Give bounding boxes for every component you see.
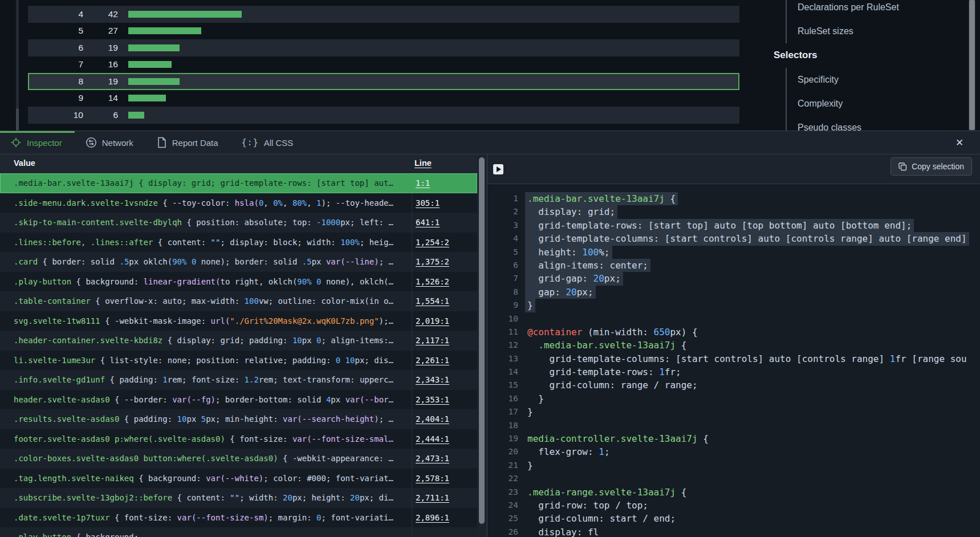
line-number: 13 — [487, 352, 518, 365]
chart-row-7[interactable]: 716 — [28, 56, 739, 74]
chart-row-4[interactable]: 442 — [28, 6, 739, 23]
code-line: 11@container (min-width: 650px) { — [487, 326, 980, 339]
table-row[interactable]: .results.svelte-asdas0 { padding: 10px 5… — [0, 409, 477, 429]
code-text: .media-range.svelte-13aai7j { — [527, 486, 686, 499]
nav-item-ruleset-sizes[interactable]: RuleSet sizes — [787, 19, 899, 43]
line-cell: 2,444:1 — [412, 429, 477, 449]
code-line: 6 align-items: center; — [487, 259, 980, 272]
line-link[interactable]: 2,404:1 — [416, 414, 449, 424]
line-link[interactable]: 2,019:1 — [416, 316, 449, 326]
table-row[interactable]: .card { border: solid .5px oklch(90% 0 n… — [0, 252, 477, 272]
table-row[interactable]: .side-menu.dark.svelte-1vsndze { --toy-c… — [0, 193, 477, 213]
code-line: 8 gap: 20px; — [487, 286, 980, 299]
table-row[interactable]: .info.svelte-gd1unf { padding: 1rem; fon… — [0, 370, 477, 390]
table-row[interactable]: .color-boxes.svelte-asdas0 button:where(… — [0, 449, 477, 469]
table-row[interactable]: .date.svelte-1p7tuxr { font-size: var(--… — [0, 508, 477, 528]
chart-row-10[interactable]: 106 — [28, 107, 739, 124]
line-cell: 1,375:2 — [412, 252, 477, 272]
table-row[interactable]: .lines::before, .lines::after { content:… — [0, 233, 477, 253]
line-link[interactable]: 305:1 — [416, 198, 440, 208]
line-link[interactable]: 2,444:1 — [416, 434, 449, 444]
column-header-line[interactable]: Line — [414, 158, 432, 168]
table-row[interactable]: footer.svelte-asdas0 p:where(.svelte-asd… — [0, 429, 477, 449]
line-link[interactable]: 1,375:2 — [416, 257, 449, 266]
bar — [128, 95, 166, 101]
line-link[interactable]: 1,554:1 — [416, 296, 449, 306]
line-cell: 1:1 — [412, 173, 477, 193]
chart-scrollbar-track — [16, 0, 19, 131]
table-row[interactable]: li.svelte-1ume3ur { list-style: none; po… — [0, 351, 477, 371]
line-link[interactable]: 2,117:1 — [416, 336, 449, 345]
table-row[interactable]: .play-button { background: linear-gradie… — [0, 272, 477, 292]
chart-row-5[interactable]: 527 — [28, 23, 739, 40]
table-row[interactable]: .header-container.svelte-kbdi8z { displa… — [0, 331, 477, 351]
table-row[interactable]: .table-container { overflow-x: auto; max… — [0, 291, 477, 311]
line-link[interactable]: 641:1 — [416, 218, 440, 227]
code-line: 25 grid-column: start / end; — [487, 512, 980, 525]
tab-report-data[interactable]: Report Data — [157, 137, 218, 148]
tab-all-css[interactable]: {:}All CSS — [242, 137, 294, 148]
line-link[interactable]: 2,896:1 — [416, 513, 449, 522]
count-value: 16 — [83, 59, 118, 70]
table-header: Value Line — [0, 154, 477, 173]
bar — [128, 78, 180, 85]
tab-network[interactable]: Network — [86, 137, 133, 148]
table-row[interactable]: .media-bar.svelte-13aai7j { display: gri… — [0, 173, 477, 193]
code-line: 22 — [487, 472, 980, 485]
line-number: 11 — [487, 326, 518, 339]
line-cell: 2,261:1 — [412, 351, 477, 371]
table-row[interactable]: header.svelte-asdas0 { --border: var(--f… — [0, 390, 477, 410]
chart-scrollbar-thumb[interactable] — [16, 108, 19, 131]
chart-row-6[interactable]: 619 — [28, 39, 739, 56]
code-line: 15 grid-column: range / range; — [487, 379, 980, 392]
table-scrollbar-thumb[interactable] — [479, 157, 485, 524]
table-row[interactable]: .skip-to-main-content.svelte-dbylqh { po… — [0, 213, 477, 233]
line-number: 18 — [487, 419, 518, 432]
chart-row-8[interactable]: 819 — [28, 73, 739, 90]
table-scrollbar-track — [477, 154, 487, 537]
nav-item-complexity[interactable]: Complexity — [787, 92, 861, 116]
line-link[interactable]: 2,261:1 — [416, 356, 449, 365]
line-cell: 2,343:1 — [412, 370, 477, 390]
close-panel-button[interactable]: ✕ — [953, 136, 966, 150]
line-number: 21 — [487, 459, 518, 472]
chart-row-9[interactable]: 914 — [28, 90, 739, 107]
line-link[interactable]: 2,473:1 — [416, 454, 449, 463]
table-row[interactable]: .tag.length.svelte-naikeq { background: … — [0, 469, 477, 489]
nav-item-declarations-per-ruleset[interactable]: Declarations per RuleSet — [787, 0, 899, 19]
table-row[interactable]: .play-button { background: … — [0, 527, 477, 537]
line-link[interactable]: 1,526:2 — [416, 277, 449, 286]
declarations-bar-chart: 442527619716819914106 — [28, 0, 739, 131]
copy-selection-button[interactable]: Copy selection — [890, 157, 972, 176]
line-link[interactable]: 1:1 — [416, 178, 430, 188]
table-row[interactable]: svg.svelte-1tw8111 { -webkit-mask-image:… — [0, 311, 477, 331]
line-number: 9 — [487, 299, 518, 312]
page-scrollbar-thumb[interactable] — [969, 0, 975, 130]
panel-content: Value Line .media-bar.svelte-13aai7j { d… — [0, 154, 980, 537]
line-link[interactable]: 1,254:2 — [416, 238, 449, 247]
nav-item-pseudo-classes[interactable]: Pseudo classes — [787, 116, 861, 131]
code-line: 2 display: grid; — [487, 205, 980, 218]
line-link[interactable]: 2,343:1 — [416, 375, 449, 384]
tab-inspector[interactable]: Inspector — [10, 137, 62, 148]
code-viewer: 1.media-bar.svelte-13aai7j {2 display: g… — [487, 184, 980, 537]
rule-value: .color-boxes.svelte-asdas0 button:where(… — [0, 454, 412, 463]
rank-value: 9 — [28, 93, 83, 103]
open-preview-icon[interactable] — [493, 164, 503, 174]
line-link[interactable]: 2,578:1 — [416, 474, 449, 483]
line-link[interactable]: 2,353:1 — [416, 395, 449, 404]
code-line: 23.media-range.svelte-13aai7j { — [487, 486, 980, 499]
line-number: 4 — [487, 232, 518, 245]
nav-heading-selectors[interactable]: Selectors — [774, 48, 818, 63]
code-text: } — [525, 299, 535, 312]
nav-item-specificity[interactable]: Specificity — [787, 68, 861, 92]
table-row[interactable]: .subscribe.svelte-13gboj2::before { cont… — [0, 488, 477, 508]
line-cell: 2,353:1 — [412, 390, 477, 410]
code-panel: Copy selection 1.media-bar.svelte-13aai7… — [487, 154, 980, 537]
code-text: gap: 20px; — [525, 286, 596, 299]
line-number: 19 — [487, 432, 518, 445]
rank-value: 7 — [28, 59, 83, 70]
line-number: 5 — [487, 246, 518, 259]
bar — [128, 61, 172, 68]
line-link[interactable]: 2,711:1 — [416, 493, 449, 502]
